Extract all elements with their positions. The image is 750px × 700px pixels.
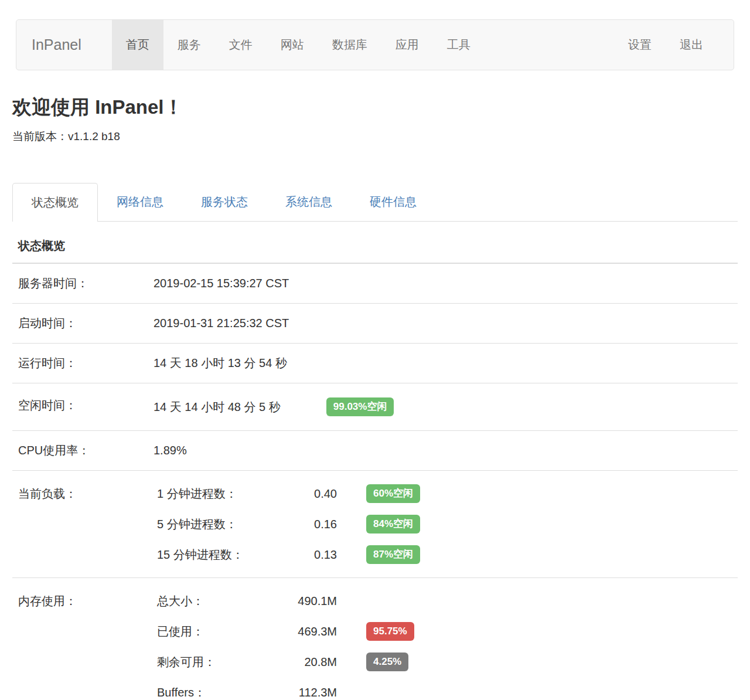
- sub-row-value: 112.3M: [274, 685, 337, 700]
- sub-table: 总大小：490.1M已使用：469.3M95.75%剩余可用：20.8M4.25…: [154, 586, 732, 700]
- tab-service-status[interactable]: 服务状态: [182, 183, 267, 221]
- nav-item-logout[interactable]: 退出: [666, 20, 717, 70]
- page-title: 欢迎使用 InPanel！: [12, 96, 738, 119]
- version-label: 当前版本：: [12, 130, 68, 142]
- sub-table: 1 分钟进程数：0.4060%空闲5 分钟进程数：0.1684%空闲15 分钟进…: [154, 478, 732, 570]
- table-row: 运行时间：14 天 18 小时 13 分 54 秒: [12, 344, 738, 383]
- sub-row-value: 20.8M: [274, 654, 337, 670]
- sub-row-label: Buffers：: [157, 685, 274, 700]
- sub-row-badge-cell: 95.75%: [366, 622, 414, 641]
- status-badge: 95.75%: [366, 622, 414, 641]
- row-label: CPU使用率：: [18, 443, 154, 458]
- row-value-group: 14 天 14 小时 48 分 5 秒99.03%空闲: [154, 397, 394, 416]
- row-label: 启动时间：: [18, 315, 154, 331]
- sub-row: 15 分钟进程数：0.1387%空闲: [154, 539, 732, 570]
- version-line: 当前版本：v1.1.2 b18: [12, 128, 738, 144]
- row-label: 内存使用：: [18, 586, 154, 609]
- nav-item-home[interactable]: 首页: [112, 20, 163, 70]
- row-label: 当前负载：: [18, 478, 154, 502]
- sub-row-label: 1 分钟进程数：: [157, 486, 274, 502]
- sub-row-value: 469.3M: [274, 624, 337, 640]
- status-panel: 状态概览 服务器时间：2019-02-15 15:39:27 CST启动时间：2…: [12, 222, 738, 700]
- row-label: 服务器时间：: [18, 276, 154, 291]
- sub-row: Buffers：112.3M: [154, 677, 732, 700]
- main-content: 欢迎使用 InPanel！ 当前版本：v1.1.2 b18 状态概览网络信息服务…: [12, 96, 738, 700]
- sub-row-value: 0.16: [274, 516, 337, 532]
- table-row: 启动时间：2019-01-31 21:25:32 CST: [12, 304, 738, 344]
- tab-system-info[interactable]: 系统信息: [267, 183, 351, 221]
- sub-row: 总大小：490.1M: [154, 586, 732, 616]
- status-badge: 4.25%: [366, 653, 408, 671]
- sub-row-badge-cell: 60%空闲: [366, 484, 420, 503]
- version-value: v1.1.2 b18: [68, 130, 120, 142]
- row-value: 2019-01-31 21:25:32 CST: [154, 315, 289, 331]
- sub-row-value: 0.13: [274, 547, 337, 563]
- sub-row-label: 剩余可用：: [157, 654, 274, 670]
- navbar-right-menu: 设置退出: [614, 20, 734, 70]
- sub-row-badge-cell: 4.25%: [366, 653, 408, 671]
- sub-row-value: 0.40: [274, 486, 337, 502]
- sub-row: 剩余可用：20.8M4.25%: [154, 647, 732, 677]
- status-badge: 99.03%空闲: [326, 397, 394, 416]
- nav-item-settings[interactable]: 设置: [614, 20, 666, 70]
- table-section-title: 状态概览: [12, 222, 738, 264]
- table-row: CPU使用率：1.89%: [12, 431, 738, 471]
- navbar-menu: 首页服务文件网站数据库应用工具: [112, 20, 485, 70]
- tab-network-info[interactable]: 网络信息: [98, 183, 182, 221]
- nav-item-services[interactable]: 服务: [163, 20, 215, 70]
- table-row: 内存使用：总大小：490.1M已使用：469.3M95.75%剩余可用：20.8…: [12, 578, 738, 700]
- tab-status-overview[interactable]: 状态概览: [12, 183, 98, 222]
- row-value: 14 天 14 小时 48 分 5 秒: [154, 397, 281, 416]
- row-value: 14 天 18 小时 13 分 54 秒: [154, 355, 287, 371]
- nav-item-database[interactable]: 数据库: [318, 20, 381, 70]
- sub-row-value: 490.1M: [274, 593, 337, 609]
- row-label: 空闲时间：: [18, 397, 154, 413]
- status-badge: 84%空闲: [366, 515, 420, 534]
- row-value: 2019-02-15 15:39:27 CST: [154, 276, 289, 291]
- table-row: 服务器时间：2019-02-15 15:39:27 CST: [12, 264, 738, 304]
- row-value: 1.89%: [154, 443, 187, 458]
- navbar-spacer: [485, 20, 614, 70]
- status-badge: 87%空闲: [366, 545, 420, 564]
- sub-row-label: 15 分钟进程数：: [157, 547, 274, 563]
- tab-bar: 状态概览网络信息服务状态系统信息硬件信息: [12, 183, 738, 222]
- sub-row-label: 5 分钟进程数：: [157, 516, 274, 532]
- sub-row: 已使用：469.3M95.75%: [154, 616, 732, 647]
- sub-row-badge-cell: 84%空闲: [366, 515, 420, 534]
- status-table: 服务器时间：2019-02-15 15:39:27 CST启动时间：2019-0…: [12, 264, 738, 700]
- sub-row: 1 分钟进程数：0.4060%空闲: [154, 478, 732, 509]
- nav-item-files[interactable]: 文件: [215, 20, 267, 70]
- nav-item-sites[interactable]: 网站: [267, 20, 318, 70]
- sub-row-label: 总大小：: [157, 593, 274, 609]
- tab-hardware-info[interactable]: 硬件信息: [351, 183, 435, 221]
- table-row: 空闲时间：14 天 14 小时 48 分 5 秒99.03%空闲: [12, 383, 738, 431]
- sub-row-label: 已使用：: [157, 624, 274, 640]
- status-badge: 60%空闲: [366, 484, 420, 503]
- sub-row: 5 分钟进程数：0.1684%空闲: [154, 509, 732, 539]
- nav-item-apps[interactable]: 应用: [381, 20, 433, 70]
- table-row: 当前负载：1 分钟进程数：0.4060%空闲5 分钟进程数：0.1684%空闲1…: [12, 471, 738, 578]
- sub-row-badge-cell: 87%空闲: [366, 545, 420, 564]
- nav-item-tools[interactable]: 工具: [433, 20, 485, 70]
- row-label: 运行时间：: [18, 355, 154, 371]
- navbar: InPanel 首页服务文件网站数据库应用工具 设置退出: [16, 19, 734, 70]
- brand[interactable]: InPanel: [16, 20, 97, 70]
